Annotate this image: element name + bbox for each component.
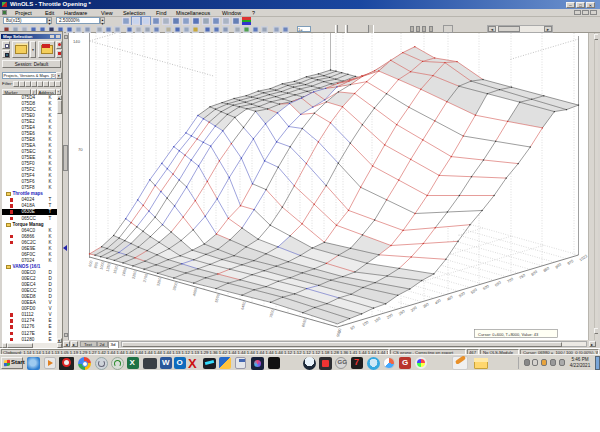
svg-text:600: 600 bbox=[88, 260, 94, 267]
svg-text:2700: 2700 bbox=[143, 273, 149, 282]
svg-text:70: 70 bbox=[78, 147, 83, 152]
svg-text:4650: 4650 bbox=[192, 287, 198, 296]
svg-text:1520: 1520 bbox=[113, 265, 119, 274]
svg-text:750: 750 bbox=[518, 273, 525, 280]
svg-text:450: 450 bbox=[446, 295, 453, 302]
svg-text:6450: 6450 bbox=[241, 301, 247, 310]
svg-text:140: 140 bbox=[73, 39, 81, 44]
svg-text:300: 300 bbox=[410, 306, 417, 313]
svg-text:600: 600 bbox=[482, 284, 489, 291]
svg-text:850: 850 bbox=[543, 266, 550, 273]
svg-text:3250: 3250 bbox=[156, 277, 162, 286]
svg-text:1250: 1250 bbox=[106, 263, 112, 272]
svg-text:975: 975 bbox=[567, 259, 574, 266]
svg-text:250: 250 bbox=[398, 309, 405, 316]
svg-text:400: 400 bbox=[434, 299, 441, 306]
svg-text:900: 900 bbox=[555, 263, 562, 270]
svg-text:200: 200 bbox=[386, 313, 393, 320]
svg-text:500: 500 bbox=[458, 291, 465, 298]
svg-text:800: 800 bbox=[94, 262, 100, 269]
svg-text:1000: 1000 bbox=[99, 261, 105, 270]
svg-text:2250: 2250 bbox=[132, 270, 138, 279]
svg-text:1023: 1023 bbox=[579, 254, 588, 262]
svg-text:8650: 8650 bbox=[301, 318, 307, 327]
svg-text:550: 550 bbox=[470, 288, 477, 295]
svg-text:800: 800 bbox=[531, 270, 538, 277]
svg-text:350: 350 bbox=[422, 302, 429, 309]
svg-text:Cursor: 0+600, T+8000, Value:: Cursor: 0+600, T+8000, Value: 43 bbox=[478, 332, 539, 337]
svg-text:3900: 3900 bbox=[172, 282, 178, 291]
svg-text:1850: 1850 bbox=[122, 267, 128, 276]
svg-text:50: 50 bbox=[350, 325, 356, 331]
svg-text:7500: 7500 bbox=[269, 309, 275, 318]
svg-text:5500: 5500 bbox=[215, 294, 221, 303]
svg-text:150: 150 bbox=[374, 317, 381, 324]
svg-text:650: 650 bbox=[494, 281, 501, 288]
svg-text:100: 100 bbox=[362, 320, 369, 327]
svg-text:700: 700 bbox=[506, 277, 513, 284]
